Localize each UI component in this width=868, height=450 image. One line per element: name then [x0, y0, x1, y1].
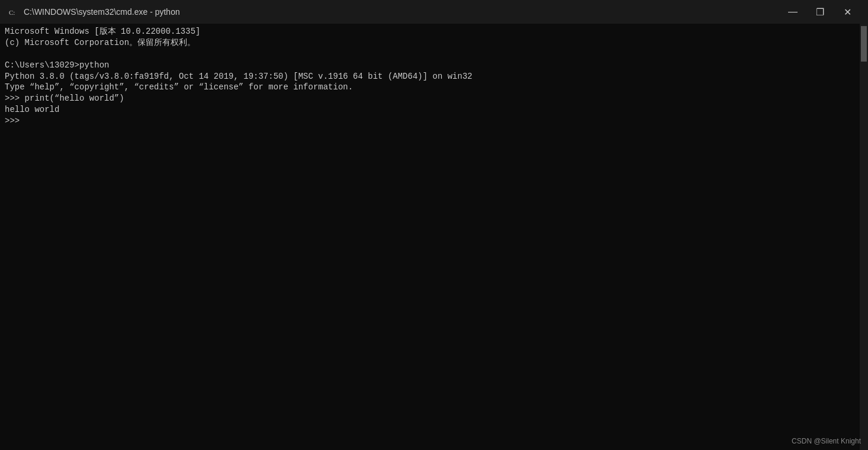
- cmd-icon: C:: [7, 6, 19, 18]
- line-5: Python 3.8.0 (tags/v3.8.0:fa919fd, Oct 1…: [5, 71, 855, 82]
- svg-text:C:: C:: [9, 9, 15, 16]
- line-4: C:\Users\13029>python: [5, 60, 855, 71]
- line-9: >>>: [5, 115, 855, 127]
- minimize-button[interactable]: —: [779, 0, 806, 24]
- line-1: Microsoft Windows [版本 10.0.22000.1335]: [5, 26, 855, 37]
- window-controls: — ❐ ✕: [779, 0, 861, 24]
- content-area: Microsoft Windows [版本 10.0.22000.1335] (…: [0, 24, 868, 450]
- cmd-window: C: C:\WINDOWS\system32\cmd.exe - python …: [0, 0, 868, 450]
- restore-button[interactable]: ❐: [806, 0, 834, 24]
- watermark: CSDN @Silent Knight: [792, 437, 861, 445]
- line-7: >>> print(“hello world”): [5, 93, 855, 104]
- scrollbar-thumb[interactable]: [861, 26, 867, 62]
- window-title: C:\WINDOWS\system32\cmd.exe - python: [24, 7, 779, 17]
- title-bar: C: C:\WINDOWS\system32\cmd.exe - python …: [0, 0, 868, 24]
- line-6: Type “help”, “copyright”, “credits” or “…: [5, 82, 855, 93]
- line-8: hello world: [5, 104, 855, 115]
- line-2: (c) Microsoft Corporation。保留所有权利。: [5, 37, 855, 49]
- scrollbar[interactable]: [860, 24, 868, 450]
- line-3: [5, 49, 855, 60]
- terminal-output[interactable]: Microsoft Windows [版本 10.0.22000.1335] (…: [0, 24, 860, 450]
- close-button[interactable]: ✕: [834, 0, 861, 24]
